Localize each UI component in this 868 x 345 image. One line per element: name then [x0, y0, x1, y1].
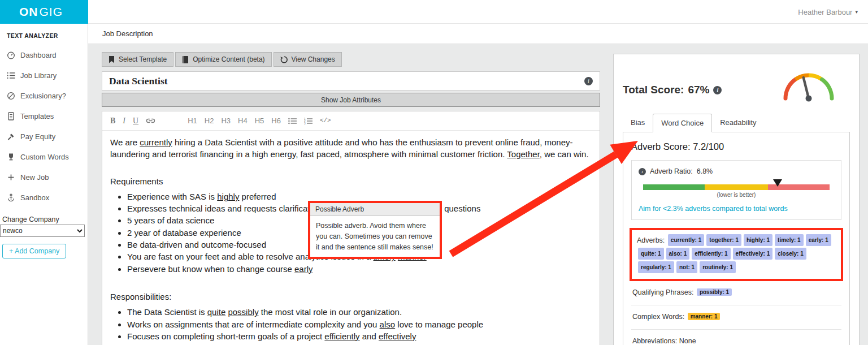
total-score: Total Score: 67% i	[623, 84, 722, 96]
flagged-word[interactable]: highly	[217, 192, 239, 201]
select-template-label: Select Template	[119, 55, 167, 63]
h6-button[interactable]: H6	[271, 117, 281, 124]
h1-button[interactable]: H1	[188, 117, 197, 124]
sidebar-item-dashboard[interactable]: Dashboard	[0, 45, 88, 65]
h2-button[interactable]: H2	[205, 117, 214, 124]
view-changes-label: View Changes	[292, 55, 335, 63]
job-title[interactable]: Data Scientist	[109, 75, 584, 87]
sidebar-item-custom-words[interactable]: Custom Words	[0, 146, 88, 167]
sidebar: TEXT ANALYZER Dashboard Job Library Excl…	[0, 24, 88, 345]
breadcrumb-label: Job Description	[102, 29, 153, 38]
h4-button[interactable]: H4	[238, 117, 248, 124]
sidebar-item-label: New Job	[20, 173, 49, 182]
total-score-section: Total Score: 67% i	[623, 64, 850, 113]
italic-button[interactable]: I	[123, 117, 125, 125]
doc-text: Persevere but know when to change course	[127, 264, 294, 274]
bullet-list-button[interactable]	[288, 118, 297, 124]
count-badge: regularly: 1	[638, 261, 674, 273]
flagged-word[interactable]: early	[294, 264, 313, 274]
bookmark-icon	[108, 56, 115, 63]
ordered-list-button[interactable]: 123	[304, 118, 313, 124]
complex-words-label: Complex Words:	[632, 313, 684, 321]
user-name: Heather Barbour	[798, 8, 852, 16]
tooltip-title: Possible Adverb	[310, 203, 440, 216]
flagged-word[interactable]: possibly	[228, 307, 258, 317]
info-icon[interactable]: i	[713, 86, 722, 94]
abbreviations-value: None	[679, 337, 696, 345]
flagged-word[interactable]: effectively	[379, 331, 416, 341]
sidebar-title: TEXT ANALYZER	[0, 27, 88, 45]
optimize-content-button[interactable]: Optimize Content (beta)	[175, 52, 271, 67]
view-changes-button[interactable]: View Changes	[274, 52, 342, 67]
count-badge: manner: 1	[688, 313, 721, 320]
flagged-word[interactable]: currently	[140, 137, 172, 147]
count-badge: closely: 1	[775, 248, 806, 260]
gavel-icon	[7, 132, 15, 141]
user-menu[interactable]: Heather Barbour ▾	[798, 0, 858, 24]
h5-button[interactable]: H5	[255, 117, 264, 124]
sidebar-item-label: Job Library	[20, 71, 57, 80]
change-company-label: Change Company	[0, 208, 88, 225]
svg-text:3: 3	[304, 122, 306, 124]
tab-readability[interactable]: Readability	[712, 114, 764, 132]
doc-text: hiring a Data Scientist with a positive …	[110, 137, 573, 159]
flagged-word[interactable]: also	[380, 320, 396, 329]
list-icon	[7, 71, 15, 80]
h3-button[interactable]: H3	[221, 117, 231, 124]
bold-button[interactable]: B	[110, 117, 115, 125]
doc-blank-line	[110, 279, 592, 287]
ongig-logo[interactable]: ONGIG	[0, 0, 88, 24]
flagged-word[interactable]: efficiently	[324, 331, 359, 341]
underline-button[interactable]: U	[133, 117, 138, 125]
add-company-button[interactable]: + Add Company	[2, 244, 66, 258]
ratio-bar	[643, 184, 830, 190]
flagged-word[interactable]: Together	[507, 149, 540, 159]
sidebar-item-job-library[interactable]: Job Library	[0, 65, 88, 85]
trophy-icon	[7, 153, 15, 161]
link-button[interactable]	[146, 118, 155, 124]
complex-words-row: Complex Words: manner: 1	[631, 305, 841, 330]
adverbs-label: Adverbs:	[637, 236, 665, 244]
optimize-content-label: Optimize Content (beta)	[193, 55, 264, 63]
main-content: Select Template Optimize Content (beta) …	[88, 44, 868, 345]
select-template-button[interactable]: Select Template	[102, 52, 173, 67]
count-badge: currently: 1	[668, 234, 704, 246]
sidebar-item-new-job[interactable]: New Job	[0, 167, 88, 187]
logo-text-on: ON	[19, 5, 38, 19]
doc-text: Focuses on completing short-term goals o…	[127, 331, 324, 341]
count-badge: effectively: 1	[733, 248, 773, 260]
editor-action-bar: Select Template Optimize Content (beta) …	[102, 52, 600, 67]
analysis-panel: Total Score: 67% i Bias Word Cho	[613, 54, 860, 345]
doc-text: We are	[110, 137, 140, 147]
sidebar-item-exclusionary[interactable]: Exclusionary?	[0, 85, 88, 106]
total-score-value: 67%	[688, 84, 709, 96]
doc-text: Expresses technical ideas and requests c…	[127, 204, 324, 213]
company-select[interactable]: newco	[0, 225, 85, 237]
app-root: ONGIG Heather Barbour ▾ TEXT ANALYZER Da…	[0, 0, 868, 345]
doc-text: The Data Scientist is	[127, 307, 207, 317]
info-icon[interactable]: i	[639, 168, 646, 175]
code-view-button[interactable]: </>	[320, 118, 331, 124]
sidebar-item-sandbox[interactable]: Sandbox	[0, 187, 88, 208]
adverb-ratio-label: Adverb Ratio:	[650, 167, 693, 175]
chevron-down-icon: ▾	[855, 9, 858, 15]
sidebar-item-templates[interactable]: Templates	[0, 106, 88, 126]
adverb-score-label: Adverb Score:	[631, 141, 691, 152]
history-icon	[280, 56, 288, 63]
flagged-word[interactable]: quite	[207, 307, 226, 317]
tab-bias[interactable]: Bias	[623, 114, 653, 132]
show-job-attributes-button[interactable]: Show Job Attributes	[102, 93, 600, 107]
count-badge: efficiently: 1	[692, 248, 730, 260]
doc-text: Experience with SAS is	[127, 192, 217, 201]
info-icon[interactable]: i	[584, 77, 593, 85]
abbreviations-row: Abbreviations: None	[631, 330, 841, 345]
adverb-ratio-value: 6.8%	[697, 167, 713, 175]
count-badge: possibly: 1	[697, 288, 732, 296]
doc-text: and	[360, 331, 379, 341]
aim-target-link[interactable]: Aim for <2.3% adverbs compared to total …	[639, 205, 834, 213]
sidebar-item-label: Dashboard	[20, 51, 57, 59]
sidebar-item-pay-equity[interactable]: Pay Equity	[0, 126, 88, 146]
top-header: ONGIG Heather Barbour ▾	[0, 0, 868, 24]
tab-word-choice[interactable]: Word Choice	[653, 114, 712, 132]
count-badge: highly: 1	[744, 234, 772, 246]
